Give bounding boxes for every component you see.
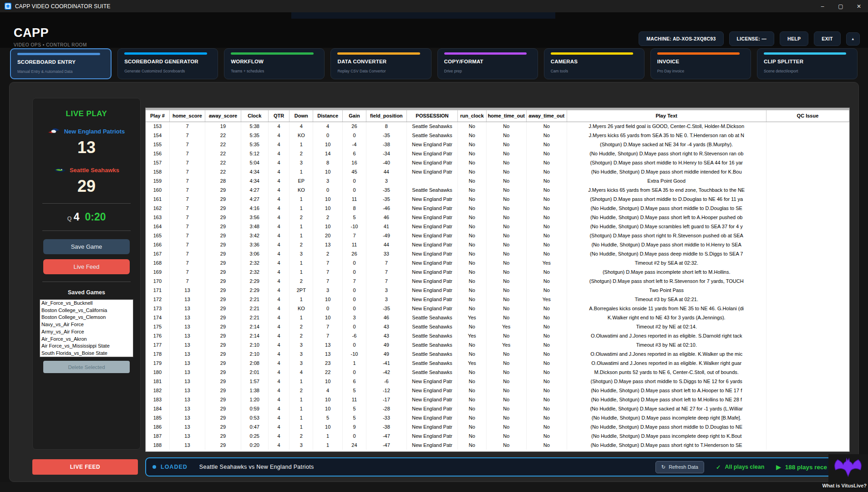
table-row[interactable]: 17313292:214KO00-35New England PatrNoNoN… <box>146 304 849 313</box>
table-row[interactable]: 1577225:0443816-40New England PatrNoNoNo… <box>146 158 849 167</box>
table-cell: 29 <box>205 395 241 404</box>
table-row[interactable]: 18513290:534155-33New England PatrNoNoNo… <box>146 413 849 422</box>
table-row[interactable]: 17513292:14427043Seattle SeahawksNoYesNo… <box>146 322 849 331</box>
table-cell: Yes <box>458 331 486 340</box>
tab-cameras[interactable]: CAMERASCam tools <box>544 48 645 79</box>
save-game-button[interactable]: Save Game <box>43 239 130 254</box>
tab-scoreboard-entry[interactable]: SCOREBOARD ENTRYManual Entry & Automated… <box>10 48 112 79</box>
table-row[interactable]: 17613292:14427-643Seattle SeahawksYesNoN… <box>146 331 849 340</box>
table-row[interactable]: 17813292:104313-1049Seattle SeahawksNoNo… <box>146 349 849 359</box>
table-row[interactable]: 1697292:3241707New England PatrNoNoNo(Sh… <box>146 267 849 277</box>
table-row[interactable]: 1537195:38444268Seattle SeahawksNoNoNoJ.… <box>146 122 849 131</box>
table-cell: 44 <box>366 167 406 176</box>
saved-game-item[interactable]: Army_vs_Air Force <box>40 328 133 336</box>
table-row[interactable]: 1707292:2942777New England PatrNoNoNo(Sh… <box>146 277 849 286</box>
saved-game-item[interactable]: Boston College_vs_Clemson <box>40 314 133 321</box>
table-cell: 4 <box>268 185 289 195</box>
column-header-play-text[interactable]: Play Text <box>567 110 766 122</box>
refresh-data-button[interactable]: ↻ Refresh Data <box>655 461 704 473</box>
table-cell: 4 <box>268 195 289 204</box>
table-cell: O.Oluwatimi and J.Jones reported in as e… <box>567 349 766 359</box>
column-header-clock[interactable]: Clock <box>241 110 268 122</box>
tab-clip-splitter[interactable]: CLIP SPLITTERScene detect/export <box>757 48 858 79</box>
table-cell: 4 <box>268 122 289 131</box>
table-row[interactable]: 18213291:384245-12New England PatrNoNoNo… <box>146 386 849 395</box>
column-header-qtr[interactable]: QTR <box>268 110 289 122</box>
table-row[interactable]: 18713290:254210-47New England PatrNoNoNo… <box>146 431 849 441</box>
delete-selected-button[interactable]: Delete Selected <box>43 361 130 373</box>
table-row[interactable]: 18613290:4741109-38New England PatrNoNoN… <box>146 422 849 431</box>
table-row[interactable]: 1587224:3441104544New England PatrNoNoNo… <box>146 167 849 176</box>
tab-label: CLIP SPLITTER <box>764 59 851 64</box>
table-row[interactable]: 17913292:0843231-41Seattle SeahawksYesNo… <box>146 359 849 368</box>
saved-game-item[interactable]: Air Force_vs_Mississippi State <box>40 343 133 350</box>
column-header-run-clock[interactable]: run_clock <box>458 110 486 122</box>
saved-game-item[interactable]: Air_Force_vs_Bucknell <box>40 300 133 307</box>
tab-invoice[interactable]: INVOICEPro Day invoice <box>650 48 751 79</box>
column-header-qc-issue[interactable]: QC Issue <box>766 110 849 122</box>
help-button[interactable]: HELP <box>780 31 808 46</box>
table-cell: 7 <box>169 176 205 185</box>
column-header-down[interactable]: Down <box>289 110 313 122</box>
column-header-gain[interactable]: Gain <box>342 110 366 122</box>
table-row[interactable]: 1687292:3241707New England PatrNoNoYesTi… <box>146 258 849 267</box>
saved-game-item[interactable]: South Florida_vs_Boise State <box>40 350 133 357</box>
table-cell: (Shotgun) D.Maye pass incomplete short l… <box>567 267 766 277</box>
tab-scoreboard-generator[interactable]: SCOREBOARD GENERATORGenerate Customized … <box>117 48 218 79</box>
tab-workflow[interactable]: WORKFLOWTeams + schedules <box>224 48 325 79</box>
maximize-button[interactable]: ▢ <box>832 0 850 12</box>
table-cell: 4 <box>268 359 289 368</box>
table-row[interactable]: 1607294:274KO00-35Seattle SeahawksNoNoNo… <box>146 185 849 195</box>
table-cell: 5 <box>342 413 366 422</box>
column-header-home-score[interactable]: home_score <box>169 110 205 122</box>
exit-button[interactable]: EXIT <box>814 31 841 46</box>
vituslive-logo[interactable] <box>828 454 868 482</box>
column-header-away-time-out[interactable]: away_time_out <box>527 110 567 122</box>
table-row[interactable]: 17413292:214110346Seattle SeahawksYesNoN… <box>146 313 849 322</box>
table-row[interactable]: 18013292:0144220-42Seattle SeahawksNoNoN… <box>146 368 849 377</box>
live-feed-button[interactable]: Live Feed <box>43 259 130 274</box>
saved-game-item[interactable]: Air_Force_vs_Akron <box>40 336 133 343</box>
table-row[interactable]: 1547225:354KO00-35Seattle SeahawksNoNoNo… <box>146 131 849 140</box>
live-feed-main-button[interactable]: LIVE FEED <box>32 459 138 475</box>
table-row[interactable]: 1647293:484110-1041New England PatrNoNoN… <box>146 222 849 231</box>
table-row[interactable]: 18313291:20411011-17New England PatrNoNo… <box>146 395 849 404</box>
table-row[interactable]: 1617294:27411011-35New England PatrNoNoN… <box>146 195 849 204</box>
table-row[interactable]: 1677293:064322633New England PatrNoNoNo(… <box>146 249 849 258</box>
table-row[interactable]: 17113292:2942PT303New England PatrNoNoNo… <box>146 286 849 295</box>
table-row[interactable]: 17213292:21411003New England PatrNoNoYes… <box>146 295 849 304</box>
table-row[interactable]: 1627294:1641108-46New England PatrNoNoNo… <box>146 204 849 213</box>
table-cell: 13 <box>169 386 205 395</box>
column-header-distance[interactable]: Distance <box>313 110 342 122</box>
table-cell: No <box>527 431 567 441</box>
column-header-away-score[interactable]: away_score <box>205 110 241 122</box>
tab-data-converter[interactable]: DATA CONVERTERReplay CSV Data Convertor <box>330 48 431 79</box>
close-button[interactable]: ✕ <box>850 0 868 12</box>
table-cell: -34 <box>366 149 406 158</box>
table-row[interactable]: 18813290:2043124-47New England PatrNoNoN… <box>146 441 849 450</box>
minimize-button[interactable]: – <box>813 0 832 12</box>
column-header-play-[interactable]: Play # <box>146 110 169 122</box>
saved-game-item[interactable]: Navy_vs_Air Force <box>40 321 133 328</box>
table-row[interactable]: 17713292:104313049Seattle SeahawksNoYesN… <box>146 340 849 349</box>
table-row[interactable]: 1567225:1242146-34New England PatrNoNoNo… <box>146 149 849 158</box>
tab-copy-format[interactable]: COPY/FORMATDrive prep <box>437 48 538 79</box>
table-cell: 2 <box>289 386 313 395</box>
vituslive-caption[interactable]: What is VitusLive? <box>822 483 867 488</box>
table-row[interactable]: 18413290:5941105-28New England PatrNoNoN… <box>146 404 849 413</box>
saved-games-listbox[interactable]: Air_Force_vs_BucknellBoston College_vs_C… <box>40 299 133 357</box>
table-row[interactable]: 18113291:5741106-6New England PatrNoNoNo… <box>146 377 849 386</box>
column-header-field-position[interactable]: field_position <box>366 110 406 122</box>
table-row[interactable]: 1657293:4241207-49New England PatrNoNoNo… <box>146 231 849 240</box>
saved-game-item[interactable]: Boston College_vs_California <box>40 307 133 314</box>
column-header-possession[interactable]: POSSESSION <box>406 110 458 122</box>
table-row[interactable]: 1637293:56422546New England PatrNoNoNo(N… <box>146 213 849 222</box>
table-row[interactable]: 1667293:3642131144New England PatrNoNoNo… <box>146 240 849 249</box>
table-cell: 2 <box>313 213 342 222</box>
table-row[interactable]: 1597284:344EP303NoNoNoExtra Point Good <box>146 176 849 185</box>
table-row[interactable]: 1557225:354110-4-38New England PatrNoNoN… <box>146 140 849 149</box>
table-cell: Seattle Seahawks <box>406 313 458 322</box>
table-cell: New England Patr <box>406 240 458 249</box>
column-header-home-time-out[interactable]: home_time_out <box>486 110 526 122</box>
collapse-button[interactable]: ▲ <box>846 32 860 46</box>
